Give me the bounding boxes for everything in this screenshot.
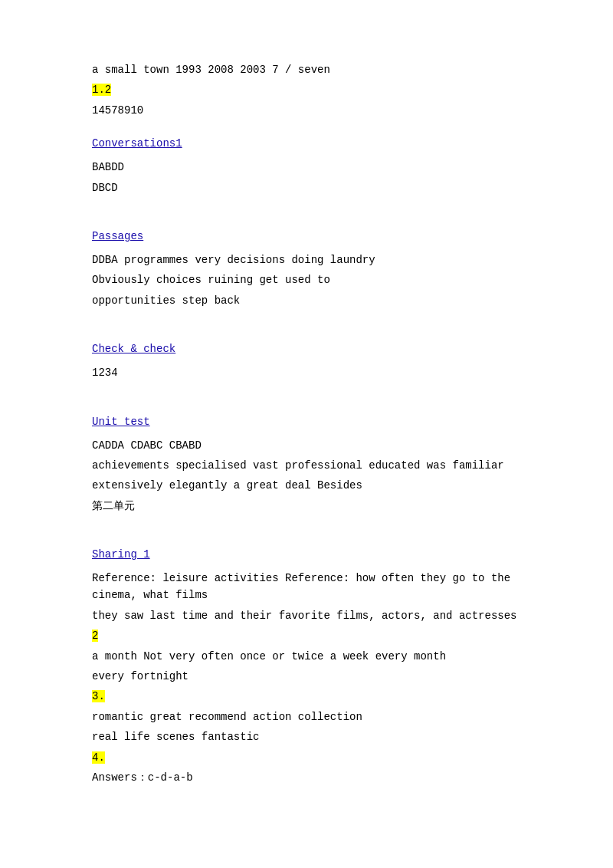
- sharing-row3a: romantic great recommend action collecti…: [92, 709, 521, 725]
- conversations-section: Conversations1 BABDD DBCD: [92, 137, 521, 196]
- conversations-title[interactable]: Conversations1: [92, 137, 182, 150]
- top-row2: 14578910: [92, 102, 521, 119]
- passages-line3: opportunities step back: [92, 292, 521, 309]
- sharing-title[interactable]: Sharing 1: [92, 548, 150, 561]
- check-check-line1: 1234: [92, 364, 521, 381]
- sharing-ref2: they saw last time and their favorite fi…: [92, 607, 521, 624]
- conversations-line1: BABDD: [92, 159, 521, 176]
- passages-section: Passages DDBA programmes very decisions …: [92, 230, 521, 309]
- passages-line2: Obviously choices ruining get used to: [92, 271, 521, 288]
- sharing-row3b: real life scenes fantastic: [92, 728, 521, 745]
- top-label1: 1.2: [92, 81, 521, 98]
- sharing-ref1: Reference: leisure activities Reference:…: [92, 570, 521, 604]
- sharing-label3: 3.: [92, 688, 521, 705]
- unit-test-title[interactable]: Unit test: [92, 416, 150, 428]
- unit-test-line3: extensively elegantly a great deal Besid…: [92, 477, 521, 494]
- highlight-label3: 3.: [92, 690, 105, 702]
- highlight-label4: 4.: [92, 751, 105, 764]
- unit-test-section: Unit test CADDA CDABC CBABD achievements…: [92, 416, 521, 515]
- unit-test-line4: 第二单元: [92, 498, 521, 515]
- sharing-row-a: a month Not very often once or twice a w…: [92, 648, 521, 665]
- highlight-label2: 2: [92, 630, 98, 642]
- sharing-label4: 4.: [92, 749, 521, 766]
- unit-test-line2: achievements specialised vast profession…: [92, 457, 521, 474]
- check-check-section: Check & check 1234: [92, 343, 521, 381]
- sharing-section: Sharing 1 Reference: leisure activities …: [92, 548, 521, 786]
- conversations-line2: DBCD: [92, 179, 521, 196]
- unit-test-line1: CADDA CDABC CBABD: [92, 437, 521, 454]
- highlight-label1: 1.2: [92, 84, 111, 96]
- passages-title[interactable]: Passages: [92, 230, 143, 242]
- check-check-title[interactable]: Check & check: [92, 343, 175, 355]
- top-section: a small town 1993 2008 2003 7 / seven 1.…: [92, 61, 521, 119]
- sharing-row-b: every fortnight: [92, 668, 521, 685]
- sharing-label2: 2: [92, 627, 521, 644]
- passages-line1: DDBA programmes very decisions doing lau…: [92, 252, 521, 268]
- sharing-answers: Answers：c-d-a-b: [92, 769, 521, 786]
- top-row1: a small town 1993 2008 2003 7 / seven: [92, 61, 521, 78]
